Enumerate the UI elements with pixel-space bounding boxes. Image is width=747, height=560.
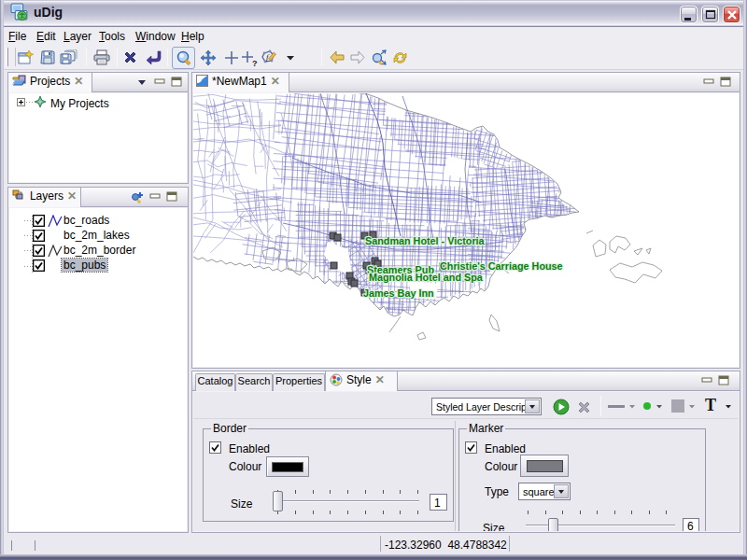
svg-text:f: f bbox=[266, 52, 270, 62]
svg-text:Christie's Carriage House: Christie's Carriage House bbox=[440, 260, 563, 272]
svg-text:Magnolia Hotel and Spa: Magnolia Hotel and Spa bbox=[369, 272, 484, 283]
svg-text:James Bay Inn: James Bay Inn bbox=[363, 287, 434, 299]
svg-text:?: ? bbox=[252, 59, 258, 67]
svg-text:Sandman Hotel - Victoria: Sandman Hotel - Victoria bbox=[365, 235, 486, 246]
